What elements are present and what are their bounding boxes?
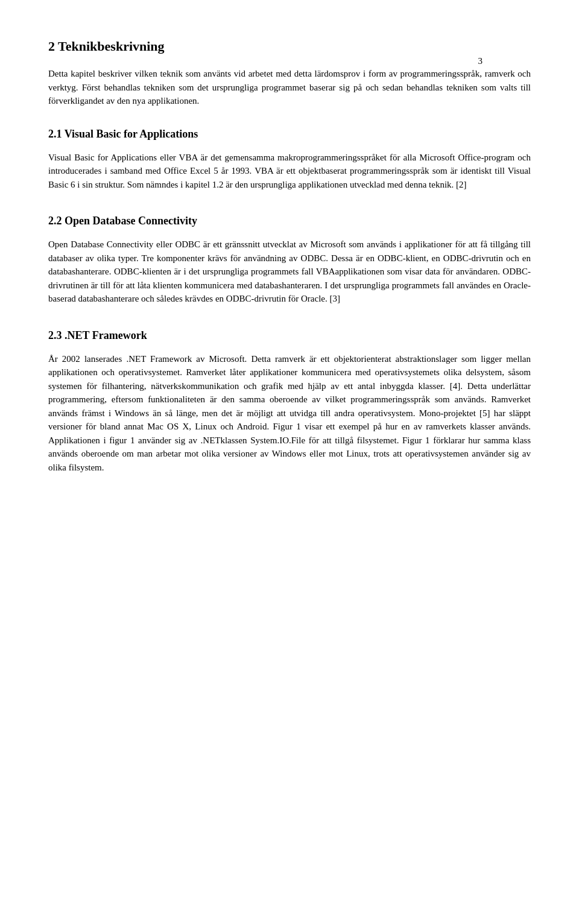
- chapter-title: 2 Teknikbeskrivning: [48, 36, 531, 56]
- section-2-2-title: 2.2 Open Database Connectivity: [48, 213, 531, 229]
- intro-paragraph: Detta kapitel beskriver vilken teknik so…: [48, 67, 531, 108]
- section-2-2-paragraph-1: Open Database Connectivity eller ODBC är…: [48, 238, 531, 306]
- section-2-1-title: 2.1 Visual Basic for Applications: [48, 126, 531, 142]
- section-2-3-title: 2.3 .NET Framework: [48, 328, 531, 344]
- section-2-3-paragraph-1: År 2002 lanserades .NET Framework av Mic…: [48, 352, 531, 475]
- page-number: 3: [478, 54, 483, 68]
- section-2-1-paragraph-1: Visual Basic for Applications eller VBA …: [48, 151, 531, 192]
